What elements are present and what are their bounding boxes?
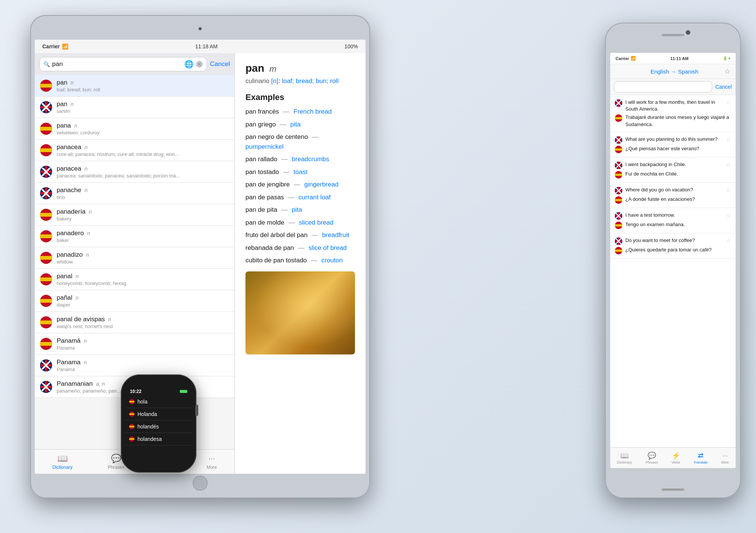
example-src: pan rallado: [245, 156, 277, 163]
cancel-button[interactable]: Cancel: [210, 60, 230, 68]
dict-list-item[interactable]: panal de avispas n wasp's nest; hornet's…: [35, 312, 235, 333]
example-dash: —: [310, 133, 318, 140]
phrase-star-button[interactable]: ☆: [726, 99, 731, 106]
ipad-time: 11:18 AM: [195, 43, 218, 49]
example-tgt: breadcrumbs: [292, 156, 329, 163]
watch-word: holandés: [137, 424, 159, 430]
phrase-star-button[interactable]: ☆: [726, 136, 731, 143]
watch-list[interactable]: holaHolandaholandésholandesa: [125, 396, 192, 445]
dict-list-item[interactable]: panache n brío: [35, 183, 235, 204]
dict-list-item[interactable]: panadizo n whitlow: [35, 247, 235, 269]
watch-list-item[interactable]: holandés: [125, 421, 192, 433]
phrase-es-text: ¿Quieres quedarte para tomar un café?: [625, 246, 731, 253]
iphone-tab-verbs[interactable]: ⚡ Verbs: [671, 451, 680, 464]
iphone-phrases-list[interactable]: I will work for a few months, then trave…: [610, 95, 736, 447]
phrase-pair[interactable]: What are you planning to do this summer?…: [610, 132, 736, 157]
dict-list-item[interactable]: pañal n diaper: [35, 290, 235, 312]
example-row: pan francés — French bread: [245, 107, 355, 117]
example-dash: —: [278, 121, 288, 128]
ipad-home-button[interactable]: [193, 476, 208, 491]
phrase-pair[interactable]: I have a test tomorrow. ☆ Tengo un exame…: [610, 208, 736, 233]
clear-button[interactable]: ✕: [196, 61, 203, 68]
iphone-tab-more[interactable]: ··· More: [721, 452, 729, 464]
search-input-wrap[interactable]: 🔍 🌐 ✕: [39, 57, 207, 71]
phrase-en-text: I have a test tomorrow.: [625, 212, 723, 219]
tab-dictionary[interactable]: 📖 Dictionary: [45, 454, 80, 470]
example-src: pan de pasas: [245, 194, 284, 201]
watch-list-item[interactable]: hola: [125, 396, 192, 408]
iphone-home-indicator[interactable]: [662, 488, 684, 491]
iphone-tab-phrases[interactable]: 💬 Phrases: [645, 451, 658, 464]
dict-list-item[interactable]: pan n sartén: [35, 97, 235, 118]
phrase-pair[interactable]: Do you want to meet for coffee? ☆ ¿Quier…: [610, 233, 736, 259]
phrase-star-button[interactable]: ☆: [726, 212, 731, 219]
tab-more[interactable]: ··· More: [199, 454, 224, 470]
dict-list-item[interactable]: panadero n baker: [35, 226, 235, 247]
iphone-phrases-icon: 💬: [648, 451, 656, 460]
watch-battery-icon: [180, 390, 187, 393]
dict-list-item[interactable]: pana n velveteen; corduroy: [35, 118, 235, 140]
item-word: pan n: [57, 79, 229, 86]
phrase-es-flag: [615, 247, 622, 254]
item-def: whitlow: [57, 259, 229, 265]
iphone-translate-icon: ⇄: [698, 451, 704, 460]
watch-list-item[interactable]: holandesa: [125, 433, 192, 445]
iphone-search-bar: Cancel: [610, 79, 736, 95]
phrase-es-flag: [615, 146, 622, 153]
example-src: pan de jengibre: [245, 181, 290, 188]
phrase-en-text: I will work for a few months, then trave…: [625, 99, 723, 112]
item-def: Panamá: [57, 367, 229, 372]
example-tgt: pumpernickel: [245, 143, 284, 150]
phrase-es-text: ¿Qué piensas hacer este verano?: [625, 145, 731, 152]
phrase-es-flag: [615, 196, 622, 204]
item-pos: n: [85, 187, 88, 193]
dict-list-item[interactable]: panal n honeycomb; honeycomb; hexag: [35, 269, 235, 290]
item-pos: n: [87, 230, 90, 236]
item-pos: n: [71, 101, 74, 107]
iphone-search-input[interactable]: [614, 81, 712, 92]
phrase-star-button[interactable]: ☆: [726, 186, 731, 194]
phrase-en-row: Do you want to meet for coffee? ☆: [615, 237, 731, 245]
phrases-tab-label: Phrases: [108, 465, 124, 470]
phrase-es-row: ¿A donde fuiste en vacaciones?: [615, 196, 731, 204]
phrase-en-text: What are you planning to do this summer?: [625, 136, 723, 143]
iphone-dictionary-icon: 📖: [620, 451, 629, 460]
iphone-tab-bar: 📖 Dictionary 💬 Phrases ⚡ Verbs ⇄ Transla…: [610, 447, 736, 468]
phrase-star-button[interactable]: ☆: [726, 161, 731, 168]
dict-list-item[interactable]: pan n loaf; bread; bun; roll: [35, 75, 235, 97]
item-pos: n: [76, 295, 79, 301]
example-src: pan francés: [245, 108, 279, 115]
example-dash: —: [279, 206, 289, 213]
iphone-more-icon: ···: [722, 452, 728, 460]
culinario-label: culinario: [245, 77, 271, 85]
example-dash: —: [287, 219, 296, 226]
watch-list-item[interactable]: Holanda: [125, 408, 192, 421]
search-input[interactable]: [52, 60, 182, 68]
item-pos: n: [76, 273, 79, 279]
dict-list-item[interactable]: panacea n panacea; sanalotodo; panacea; …: [35, 161, 235, 183]
dict-list-item[interactable]: Panamá n Panama: [35, 333, 235, 355]
phrase-en-text: Where did you go on vacation?: [625, 186, 723, 193]
phrase-pair[interactable]: I will work for a few months, then trave…: [610, 95, 736, 132]
item-word: panadería n: [57, 208, 229, 216]
iphone-cancel-button[interactable]: Cancel: [715, 84, 732, 90]
apple-watch-device: 10:22 holaHolandaholandésholandesa: [121, 374, 196, 473]
example-src: fruto del árbol del pan: [245, 231, 307, 239]
dict-list-item[interactable]: panadería n bakery: [35, 204, 235, 226]
phrase-pair[interactable]: I went backpacking in Chile. ☆ Fui de mo…: [610, 157, 736, 183]
phrase-star-button[interactable]: ☆: [726, 237, 731, 244]
dictionary-tab-icon: 📖: [57, 454, 68, 464]
item-pos: n: [84, 338, 87, 344]
globe-icon[interactable]: 🌐: [184, 60, 194, 69]
example-row: pan de jengibre — gingerbread: [245, 180, 355, 189]
dict-list-item[interactable]: Panama n Panamá: [35, 355, 235, 376]
item-word: pañal n: [57, 294, 229, 302]
item-pos: a, n: [96, 381, 105, 387]
phrase-pair[interactable]: Where did you go on vacation? ☆ ¿A donde…: [610, 183, 736, 208]
item-pos: n: [86, 252, 89, 258]
watch-crown[interactable]: [195, 405, 198, 416]
dict-list-item[interactable]: panacea n cure-all; panacea; nostrum; cu…: [35, 140, 235, 161]
iphone-tab-dictionary[interactable]: 📖 Dictionary: [617, 451, 632, 464]
iphone-favorite-button[interactable]: ☆: [724, 67, 730, 75]
iphone-tab-translate[interactable]: ⇄ Translate: [694, 451, 708, 464]
